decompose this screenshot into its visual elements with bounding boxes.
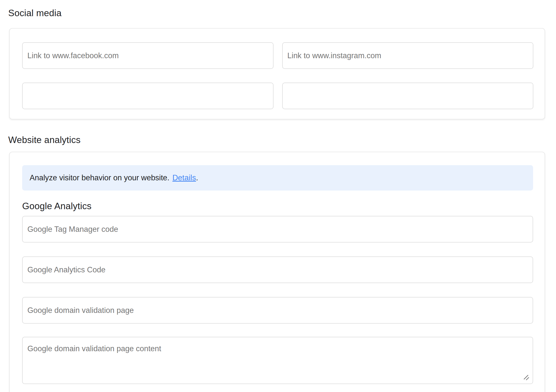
google-domain-validation-content-textarea[interactable] — [22, 337, 533, 384]
social-links-grid — [22, 42, 533, 109]
social-link-input-3[interactable] — [22, 83, 274, 109]
info-banner: Analyze visitor behavior on your website… — [22, 165, 533, 191]
banner-text: Analyze visitor behavior on your website… — [30, 173, 169, 182]
google-tag-manager-input[interactable] — [22, 216, 533, 243]
website-analytics-card: Analyze visitor behavior on your website… — [9, 152, 545, 392]
field-google-tag-manager — [22, 216, 533, 243]
field-google-analytics-code — [22, 256, 533, 283]
section-title-social-media: Social media — [8, 7, 556, 19]
settings-page: Social media Website analytics Analyze v… — [0, 0, 556, 392]
subsection-title-google-analytics: Google Analytics — [22, 200, 533, 212]
instagram-link-input[interactable] — [282, 42, 534, 69]
section-title-website-analytics: Website analytics — [8, 134, 556, 146]
social-link-input-4[interactable] — [282, 83, 534, 109]
social-media-card — [9, 28, 545, 119]
facebook-link-input[interactable] — [22, 42, 274, 69]
field-google-domain-validation-page — [22, 297, 533, 324]
field-google-domain-validation-content — [22, 337, 533, 384]
google-analytics-code-input[interactable] — [22, 256, 533, 283]
banner-suffix: . — [196, 173, 198, 182]
google-domain-validation-page-input[interactable] — [22, 297, 533, 324]
details-link[interactable]: Details — [172, 173, 196, 182]
resize-handle-icon[interactable] — [523, 374, 529, 381]
